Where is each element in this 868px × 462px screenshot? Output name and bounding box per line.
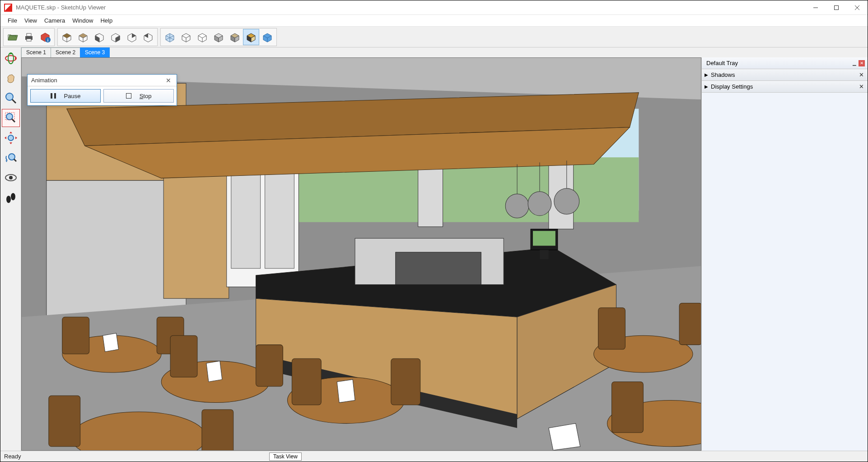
menu-window[interactable]: Window — [69, 16, 97, 25]
zoom-extents-tool[interactable] — [2, 129, 20, 147]
svg-marker-70 — [5, 160, 7, 162]
menu-bar: File View Camera Window Help — [0, 15, 868, 27]
menu-help[interactable]: Help — [97, 16, 116, 25]
title-filename: MAQUETE.skp — [16, 4, 56, 11]
toolbar-group-views — [57, 28, 158, 46]
svg-rect-86 — [265, 162, 294, 268]
menu-file[interactable]: File — [4, 16, 21, 25]
back-view-button[interactable] — [124, 29, 140, 45]
stop-label: Stop — [140, 93, 152, 99]
iso-view-button[interactable] — [59, 29, 75, 45]
svg-marker-28 — [144, 33, 148, 38]
tray-panel-shadows-close[interactable]: ✕ — [858, 71, 865, 78]
svg-rect-105 — [540, 250, 549, 259]
minimize-button[interactable] — [805, 0, 826, 15]
tray-panel-display-close[interactable]: ✕ — [858, 83, 865, 90]
app-icon — [4, 4, 12, 12]
left-view-button[interactable] — [140, 29, 156, 45]
tray-autohide-button[interactable]: ▁ — [851, 60, 858, 66]
model-info-button[interactable]: i — [37, 29, 53, 45]
pan-tool[interactable] — [2, 69, 20, 87]
svg-marker-26 — [132, 33, 136, 38]
print-button[interactable] — [21, 29, 37, 45]
svg-text:i: i — [47, 38, 49, 42]
svg-point-90 — [528, 192, 551, 216]
expand-icon: ▶ — [705, 72, 708, 77]
svg-marker-125 — [337, 379, 355, 402]
stop-icon — [126, 93, 131, 99]
animation-panel-body: Pause Stop — [28, 86, 177, 105]
svg-point-63 — [8, 135, 14, 141]
svg-point-60 — [6, 113, 13, 120]
animation-panel[interactable]: Animation ✕ Pause Stop — [27, 74, 177, 106]
wireframe-button[interactable] — [178, 29, 194, 45]
svg-rect-116 — [292, 358, 321, 405]
close-button[interactable] — [847, 0, 868, 15]
svg-rect-102 — [396, 252, 481, 285]
svg-point-58 — [6, 93, 13, 100]
title-bar: MAQUETE.skp - SketchUp Viewer — [0, 0, 868, 15]
walk-tool[interactable] — [2, 189, 20, 207]
expand-icon: ▶ — [705, 84, 708, 89]
svg-rect-115 — [256, 345, 283, 387]
top-view-button[interactable] — [75, 29, 91, 45]
shaded-button[interactable] — [210, 29, 227, 45]
animation-stop-button[interactable]: Stop — [103, 89, 174, 103]
tray-panel-shadows-label: Shadows — [711, 71, 735, 78]
hidden-line-button[interactable] — [194, 29, 210, 45]
svg-rect-117 — [391, 358, 420, 405]
pause-label: Pause — [64, 93, 81, 99]
main-toolbar: i — [0, 27, 868, 47]
svg-point-72 — [9, 176, 13, 179]
animation-panel-title: Animation — [31, 77, 57, 84]
svg-rect-112 — [62, 317, 89, 354]
svg-rect-5 — [27, 33, 31, 36]
open-button[interactable] — [5, 29, 21, 45]
viewport-3d[interactable] — [21, 57, 701, 451]
svg-marker-66 — [5, 137, 6, 139]
animation-pause-button[interactable]: Pause — [30, 89, 101, 103]
svg-rect-122 — [612, 382, 644, 433]
animation-panel-title-bar[interactable]: Animation ✕ — [28, 75, 177, 86]
menu-camera[interactable]: Camera — [41, 16, 69, 25]
tray-header[interactable]: Default Tray ▁ ✕ — [702, 57, 868, 69]
tray-close-button[interactable]: ✕ — [859, 60, 865, 66]
menu-view[interactable]: View — [21, 16, 41, 25]
zoom-tool[interactable] — [2, 89, 20, 107]
window-controls — [805, 0, 868, 15]
title-appname: SketchUp Viewer — [61, 4, 106, 11]
shaded-textures-button[interactable] — [243, 29, 259, 45]
svg-point-55 — [8, 53, 14, 64]
back-edges-button[interactable] — [259, 29, 275, 45]
svg-marker-67 — [15, 137, 17, 139]
scene-tab-2[interactable]: Scene 2 — [51, 47, 80, 57]
svg-rect-1 — [835, 5, 839, 9]
status-text: Ready — [4, 453, 21, 460]
scene-tab-1[interactable]: Scene 1 — [21, 47, 51, 57]
svg-line-69 — [14, 159, 16, 161]
previous-view-tool[interactable] — [2, 149, 20, 167]
orbit-tool[interactable] — [2, 49, 20, 67]
status-bar: Ready — [0, 451, 868, 462]
svg-line-34 — [182, 36, 186, 38]
maximize-button[interactable] — [826, 0, 847, 15]
look-around-tool[interactable] — [2, 169, 20, 187]
svg-point-68 — [9, 154, 15, 160]
task-view-button[interactable]: Task View — [269, 453, 302, 461]
tray-panel-shadows[interactable]: ▶ Shadows ✕ — [702, 69, 868, 81]
front-view-button[interactable] — [91, 29, 107, 45]
svg-line-35 — [186, 36, 190, 38]
scene-tab-3[interactable]: Scene 3 — [80, 47, 110, 57]
tray-panel-display-settings[interactable]: ▶ Display Settings ✕ — [702, 81, 868, 93]
xray-button[interactable] — [162, 29, 178, 45]
right-view-button[interactable] — [107, 29, 124, 45]
svg-marker-64 — [9, 132, 12, 133]
zoom-window-tool[interactable] — [2, 109, 20, 127]
animation-panel-close-button[interactable]: ✕ — [164, 77, 173, 84]
svg-marker-14 — [63, 33, 71, 38]
monochrome-button[interactable] — [227, 29, 243, 45]
svg-rect-120 — [598, 308, 625, 349]
svg-point-54 — [5, 56, 16, 61]
window-title: MAQUETE.skp - SketchUp Viewer — [16, 4, 106, 11]
svg-marker-16 — [79, 33, 87, 38]
